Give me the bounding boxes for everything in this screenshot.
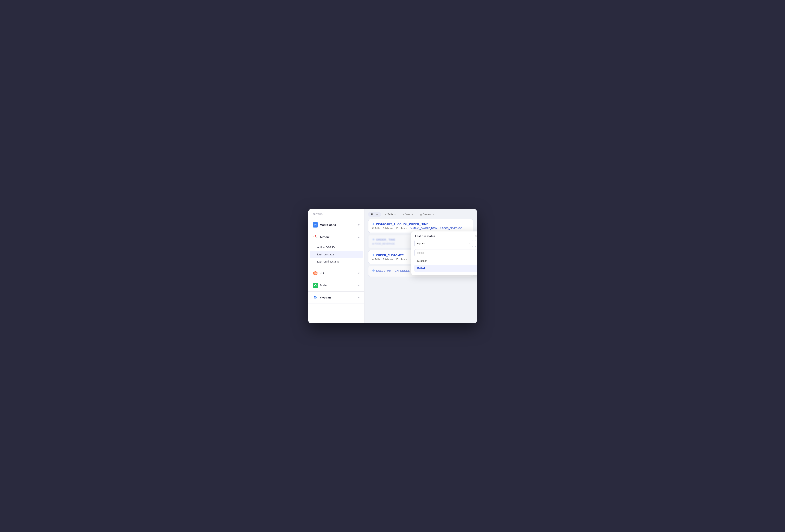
column-icon: ▦ xyxy=(420,213,422,216)
result-title-1: ✳ INSTACART_ALCOHOL_ORDER_ TIME xyxy=(372,222,469,226)
app-window: FILTERS MC Monte Carlo ∨ xyxy=(308,209,477,323)
tab-column-count: 1K xyxy=(432,213,434,215)
table-icon: ⊞ xyxy=(385,213,387,216)
tab-view-count: 26 xyxy=(411,213,413,215)
last-run-status-popup: Last run status Clear equals ∨ 🗑 select xyxy=(411,232,477,275)
monte-carlo-chevron: ∨ xyxy=(358,223,360,227)
svg-text:dbt: dbt xyxy=(314,273,317,274)
result-rows-1: 3.0M rows xyxy=(383,227,393,230)
dbt-icon: dbt xyxy=(313,271,318,276)
result-card-1[interactable]: ✳ INSTACART_ALCOHOL_ORDER_ TIME ⊞ Table … xyxy=(368,219,473,233)
popup-operator-select[interactable]: equals ∨ xyxy=(414,240,473,247)
popup-body: equals ∨ 🗑 select Success Failed xyxy=(411,240,477,275)
popup-operator-chevron: ∨ xyxy=(469,242,471,245)
svg-rect-1 xyxy=(313,283,318,288)
snowflake-icon-2: ✳ xyxy=(372,238,375,241)
airflow-icon xyxy=(313,235,318,240)
dbt-header[interactable]: dbt dbt ∨ xyxy=(308,267,364,279)
filter-sub-item-dag-id[interactable]: Airflow DAG ID › xyxy=(310,244,363,251)
sidebar: FILTERS MC Monte Carlo ∨ xyxy=(308,209,364,323)
popup-header: Last run status Clear xyxy=(411,232,477,240)
dag-id-label: Airflow DAG ID xyxy=(317,246,335,249)
tab-column-label: Column xyxy=(423,213,430,216)
fivetran-chevron: ∨ xyxy=(358,296,360,299)
popup-search-box[interactable]: select xyxy=(414,249,477,256)
filters-header: FILTERS xyxy=(308,209,364,219)
svg-point-4 xyxy=(315,284,316,285)
result-type-3: ⊞ Table xyxy=(372,258,380,261)
popup-option-failed[interactable]: Failed xyxy=(414,265,477,272)
dbt-chevron: ∨ xyxy=(358,272,360,275)
last-run-timestamp-chevron: › xyxy=(358,260,358,263)
tab-all-label: All xyxy=(371,213,373,216)
filter-group-dbt: dbt dbt ∨ xyxy=(308,267,364,280)
filter-group-fivetran: Fivetran ∨ xyxy=(308,292,364,304)
tab-view[interactable]: ⊟ View 26 xyxy=(400,212,416,217)
filter-group-monte-carlo: MC Monte Carlo ∨ xyxy=(308,219,364,231)
tab-all[interactable]: All 1.1K xyxy=(368,212,381,217)
popup-clear-button[interactable]: Clear xyxy=(475,235,477,237)
tab-column[interactable]: ▦ Column 1K xyxy=(417,212,437,217)
svg-point-3 xyxy=(316,285,316,286)
fivetran-icon xyxy=(313,295,318,300)
tab-table-count: 62 xyxy=(394,213,396,215)
result-rows-3: 2.9M rows xyxy=(383,258,393,261)
soda-chevron: ∨ xyxy=(358,284,360,287)
tab-all-count: 1.1K xyxy=(374,213,379,215)
filter-group-airflow: Airflow ∧ Airflow DAG ID › Last run stat… xyxy=(308,231,364,267)
popup-operator-row: equals ∨ 🗑 xyxy=(414,240,477,247)
snowflake-icon-1: ✳ xyxy=(372,222,375,226)
last-run-status-chevron: › xyxy=(358,253,358,256)
monte-carlo-label: Monte Carlo xyxy=(320,223,356,227)
svg-point-2 xyxy=(314,285,315,286)
filter-sub-item-last-run-timestamp[interactable]: Last run timestamp › xyxy=(310,258,363,265)
result-cols-3: 15 columns xyxy=(396,258,407,261)
result-schema-2: ⊟ FOOD_BEVERAGE xyxy=(372,242,395,245)
soda-icon xyxy=(313,283,318,288)
content-area: All 1.1K ⊞ Table 62 ⊟ View 26 ▦ Column 1… xyxy=(364,209,477,323)
fivetran-header[interactable]: Fivetran ∨ xyxy=(308,292,364,303)
monte-carlo-header[interactable]: MC Monte Carlo ∨ xyxy=(308,219,364,231)
tab-view-label: View xyxy=(405,213,410,216)
tab-table[interactable]: ⊞ Table 62 xyxy=(382,212,399,217)
snowflake-icon-3: ✳ xyxy=(372,254,375,257)
popup-option-success[interactable]: Success xyxy=(414,257,477,265)
filter-group-soda: Soda ∨ xyxy=(308,280,364,292)
result-cols-1: 15 columns xyxy=(396,227,407,230)
content-tabs: All 1.1K ⊞ Table 62 ⊟ View 26 ▦ Column 1… xyxy=(364,209,477,217)
snowflake-icon-4: ✳ xyxy=(372,269,375,272)
monte-carlo-icon: MC xyxy=(313,222,318,228)
result-meta-1: ⊞ Table 3.0M rows 15 columns ⊙ ATLAN_SAM… xyxy=(372,227,469,230)
delete-icon: 🗑 xyxy=(477,242,477,245)
tab-table-label: Table xyxy=(387,213,393,216)
airflow-chevron: ∧ xyxy=(358,236,360,239)
airflow-header[interactable]: Airflow ∧ xyxy=(308,231,364,243)
popup-operator-value: equals xyxy=(417,242,425,245)
last-run-status-label: Last run status xyxy=(317,253,334,256)
popup-title: Last run status xyxy=(415,235,435,238)
popup-search-placeholder: select xyxy=(417,251,424,254)
soda-header[interactable]: Soda ∨ xyxy=(308,280,364,291)
popup-delete-button[interactable]: 🗑 xyxy=(475,240,477,247)
fivetran-label: Fivetran xyxy=(320,296,356,299)
last-run-timestamp-label: Last run timestamp xyxy=(317,260,339,263)
result-schema-1: ⊟ FOOD_BEVERAGE xyxy=(439,227,462,230)
airflow-label: Airflow xyxy=(320,235,356,239)
result-type-1: ⊞ Table xyxy=(372,227,380,230)
filter-sub-item-last-run-status[interactable]: Last run status › xyxy=(310,251,363,258)
dag-id-chevron: › xyxy=(358,246,358,249)
soda-label: Soda xyxy=(320,284,356,287)
popup-options-list: Success Failed xyxy=(414,257,477,272)
result-db-1: ⊙ ATLAN_SAMPLE_DATA xyxy=(410,227,437,230)
dbt-label: dbt xyxy=(320,271,356,275)
airflow-sub-items: Airflow DAG ID › Last run status › Last … xyxy=(308,243,364,267)
view-icon: ⊟ xyxy=(403,213,404,216)
